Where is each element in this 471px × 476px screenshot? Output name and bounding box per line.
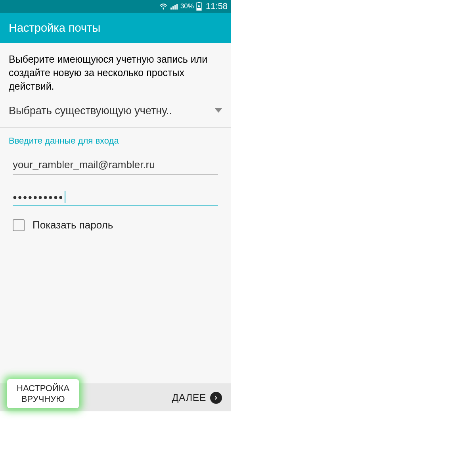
show-password-checkbox[interactable]	[13, 219, 25, 231]
text-cursor	[65, 191, 65, 203]
svg-rect-3	[174, 5, 176, 10]
login-section-label: Введите данные для входа	[0, 128, 231, 151]
wifi-icon: ↕	[159, 3, 168, 10]
spacer	[0, 231, 231, 384]
dropdown-label: Выбрать существующую учетну..	[9, 105, 211, 117]
password-field[interactable]: ●●●●●●●●●●	[13, 186, 218, 206]
manual-setup-button[interactable]: НАСТРОЙКА ВРУЧНУЮ	[7, 379, 79, 408]
svg-text:↕: ↕	[163, 8, 164, 10]
email-field[interactable]	[13, 154, 218, 175]
manual-button-line1: НАСТРОЙКА	[17, 383, 69, 393]
page-title: Настройка почты	[9, 21, 222, 35]
status-time: 11:58	[206, 1, 228, 12]
password-input-wrapper: ●●●●●●●●●●	[0, 175, 231, 206]
show-password-label[interactable]: Показать пароль	[33, 219, 113, 231]
bottom-bar: НАСТРОЙКА ВРУЧНУЮ ДАЛЕЕ	[0, 384, 231, 411]
battery-percent: 30%	[180, 2, 194, 10]
app-header: Настройка почты	[0, 13, 231, 43]
battery-charging-icon	[196, 2, 202, 11]
instruction-text: Выберите имеющуюся учетную запись или со…	[0, 43, 231, 100]
account-dropdown[interactable]: Выбрать существующую учетну..	[0, 100, 231, 127]
next-button[interactable]: ДАЛЕЕ	[172, 392, 222, 404]
signal-icon	[170, 3, 178, 10]
chevron-right-circle-icon	[210, 392, 222, 404]
svg-rect-7	[197, 8, 201, 10]
phone-screen: ↕ 30% 11:58 Настройка почты Выберите и	[0, 0, 231, 411]
chevron-down-icon	[215, 107, 222, 115]
next-label: ДАЛЕЕ	[172, 392, 206, 403]
svg-rect-2	[172, 6, 174, 10]
manual-button-line2: ВРУЧНУЮ	[17, 394, 69, 404]
svg-rect-4	[176, 4, 178, 10]
content-area: Выберите имеющуюся учетную запись или со…	[0, 43, 231, 411]
svg-rect-1	[170, 8, 172, 10]
email-input-wrapper	[0, 151, 231, 175]
status-bar: ↕ 30% 11:58	[0, 0, 231, 13]
password-mask: ●●●●●●●●●●	[13, 193, 64, 202]
show-password-row: Показать пароль	[0, 206, 231, 231]
